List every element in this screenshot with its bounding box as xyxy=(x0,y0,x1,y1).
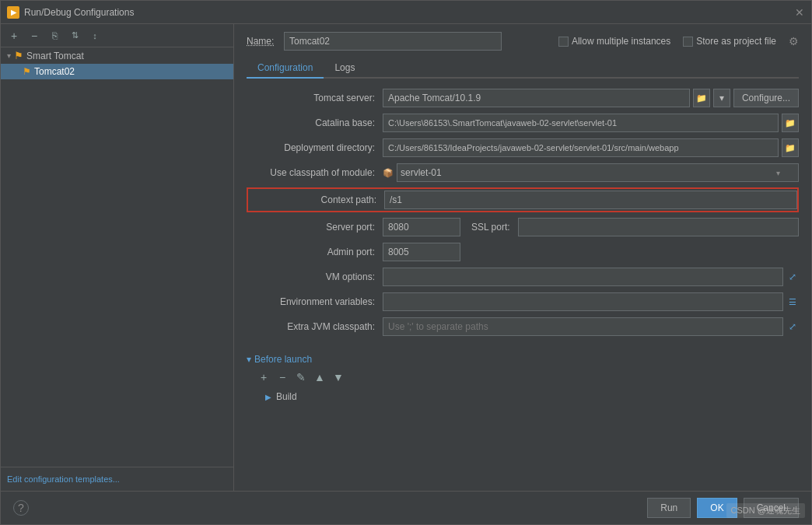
copy-config-button[interactable]: ⎘ xyxy=(46,27,63,44)
deployment-dir-browse-btn[interactable]: 📁 xyxy=(782,138,799,157)
sidebar-tree: ▾ ⚑ Smart Tomcat ⚑ Tomcat02 xyxy=(1,47,233,467)
vm-options-expand-icon[interactable]: ⤢ xyxy=(786,271,799,283)
before-launch-label: Before launch xyxy=(254,354,312,365)
env-vars-field: ☰ xyxy=(383,292,799,311)
before-launch-toolbar: + − ✎ ▲ ▼ xyxy=(247,369,799,385)
vm-options-field: ⤢ xyxy=(383,268,799,286)
configure-button[interactable]: Configure... xyxy=(733,89,799,107)
env-vars-label: Environment variables: xyxy=(247,296,383,307)
sidebar-toolbar: + − ⎘ ⇅ ↕ xyxy=(1,24,233,47)
extra-jvm-expand-icon[interactable]: ⤢ xyxy=(786,320,799,333)
deployment-dir-input[interactable] xyxy=(383,138,779,157)
help-icon: ? xyxy=(18,502,24,514)
before-launch-down-btn[interactable]: ▼ xyxy=(331,369,346,385)
allow-multiple-checkbox-box[interactable] xyxy=(558,37,569,47)
run-button[interactable]: Run xyxy=(647,498,691,518)
context-path-input[interactable] xyxy=(384,191,797,209)
name-row: Name: Allow multiple instances Store as … xyxy=(247,32,799,51)
extra-jvm-row: Extra JVM classpath: ⤢ xyxy=(247,317,799,337)
vm-options-label: VM options: xyxy=(247,271,383,282)
group-chevron-icon: ▾ xyxy=(7,51,11,60)
env-vars-expand-icon[interactable]: ☰ xyxy=(786,296,799,308)
before-launch-header: ▾ Before launch xyxy=(247,354,799,365)
extra-jvm-label: Extra JVM classpath: xyxy=(247,321,383,332)
tab-configuration[interactable]: Configuration xyxy=(247,58,324,79)
store-project-label: Store as project file xyxy=(696,36,776,47)
deployment-dir-label: Deployment directory: xyxy=(247,142,383,153)
classpath-row: Use classpath of module: 📦 servlet-01 ▾ xyxy=(247,163,799,183)
build-label: Build xyxy=(276,391,297,402)
tomcat-server-field: 📁 ▾ Configure... xyxy=(383,89,799,107)
context-path-field xyxy=(384,191,797,209)
edit-templates-link[interactable]: Edit configuration templates... xyxy=(7,474,120,484)
tabs-bar: Configuration Logs xyxy=(247,58,799,79)
tomcat-server-browse-btn[interactable]: 📁 xyxy=(693,89,710,107)
sidebar: + − ⎘ ⇅ ↕ ▾ ⚑ Smart Tomcat ⚑ Tomcat02 Ed… xyxy=(1,24,234,491)
ssl-port-label: SSL port: xyxy=(471,222,510,233)
ssl-port-input[interactable] xyxy=(518,218,799,236)
deployment-dir-field: 📁 xyxy=(383,138,799,157)
catalina-base-row: Catalina base: 📁 xyxy=(247,113,799,133)
name-label: Name: xyxy=(247,36,278,47)
app-icon: ▶ xyxy=(7,6,19,19)
catalina-base-browse-btn[interactable]: 📁 xyxy=(782,114,799,132)
env-vars-input[interactable] xyxy=(383,292,783,311)
tomcat-server-row: Tomcat server: 📁 ▾ Configure... xyxy=(247,88,799,108)
close-icon[interactable]: ✕ xyxy=(794,7,805,18)
before-launch-add-btn[interactable]: + xyxy=(256,369,271,385)
env-vars-row: Environment variables: ☰ xyxy=(247,292,799,312)
add-config-button[interactable]: + xyxy=(5,27,23,44)
classpath-field: 📦 servlet-01 ▾ xyxy=(383,163,799,182)
sidebar-footer: Edit configuration templates... xyxy=(1,467,233,491)
before-launch-up-btn[interactable]: ▲ xyxy=(312,369,327,385)
admin-port-input[interactable] xyxy=(383,243,460,261)
tab-logs[interactable]: Logs xyxy=(324,58,366,77)
admin-port-row: Admin port: xyxy=(247,242,799,262)
title-bar: ▶ Run/Debug Configurations ✕ xyxy=(1,1,811,24)
allow-multiple-label: Allow multiple instances xyxy=(572,36,670,47)
before-launch-section: ▾ Before launch + − ✎ ▲ ▼ ▶ Build xyxy=(247,354,799,404)
tomcat-child-icon: ⚑ xyxy=(23,66,31,77)
classpath-module-icon: 📦 xyxy=(383,168,394,178)
bottom-bar: ? Run OK Cancel xyxy=(1,491,811,524)
before-launch-remove-btn[interactable]: − xyxy=(275,369,290,385)
before-launch-collapse-icon[interactable]: ▾ xyxy=(247,354,251,365)
vm-options-input[interactable] xyxy=(383,268,783,286)
vm-options-row: VM options: ⤢ xyxy=(247,267,799,287)
window-title: Run/Debug Configurations xyxy=(24,7,794,18)
extra-jvm-field: ⤢ xyxy=(383,317,799,336)
classpath-select-wrapper: 📦 servlet-01 ▾ xyxy=(383,163,799,182)
smart-tomcat-group-icon: ⚑ xyxy=(14,50,23,61)
before-launch-edit-btn[interactable]: ✎ xyxy=(293,369,309,385)
move-config-button[interactable]: ⇅ xyxy=(66,27,83,44)
server-port-label: Server port: xyxy=(247,222,383,233)
window-controls: ✕ xyxy=(794,7,805,18)
tomcat-server-dropdown-btn[interactable]: ▾ xyxy=(713,89,730,107)
sort-config-button[interactable]: ↕ xyxy=(86,27,103,44)
build-icon: ▶ xyxy=(265,393,271,401)
header-checkboxes: Allow multiple instances Store as projec… xyxy=(558,35,799,47)
name-input[interactable] xyxy=(284,32,502,51)
sidebar-item-tomcat02[interactable]: ⚑ Tomcat02 xyxy=(1,64,233,79)
launch-item: ▶ Build xyxy=(262,390,799,404)
tomcat-server-input[interactable] xyxy=(383,89,690,107)
allow-multiple-checkbox[interactable]: Allow multiple instances xyxy=(558,36,670,47)
help-button[interactable]: ? xyxy=(13,500,29,516)
store-project-checkbox[interactable]: Store as project file xyxy=(683,36,776,47)
classpath-label: Use classpath of module: xyxy=(247,167,383,178)
gear-icon[interactable]: ⚙ xyxy=(789,35,799,47)
server-port-input[interactable] xyxy=(383,218,460,236)
server-port-field: SSL port: xyxy=(383,218,799,236)
catalina-base-input[interactable] xyxy=(383,114,779,132)
deployment-dir-row: Deployment directory: 📁 xyxy=(247,138,799,158)
sidebar-group-smart-tomcat[interactable]: ▾ ⚑ Smart Tomcat xyxy=(1,47,233,64)
remove-config-button[interactable]: − xyxy=(26,27,43,44)
classpath-select[interactable]: servlet-01 xyxy=(397,163,799,182)
store-project-checkbox-box[interactable] xyxy=(683,37,693,47)
extra-jvm-input[interactable] xyxy=(383,317,783,336)
watermark: CSDN @迷魂先生 xyxy=(726,503,805,518)
sidebar-group-label: Smart Tomcat xyxy=(26,51,84,61)
sidebar-child-label: Tomcat02 xyxy=(34,66,75,77)
admin-port-label: Admin port: xyxy=(247,247,383,257)
catalina-base-label: Catalina base: xyxy=(247,117,383,128)
